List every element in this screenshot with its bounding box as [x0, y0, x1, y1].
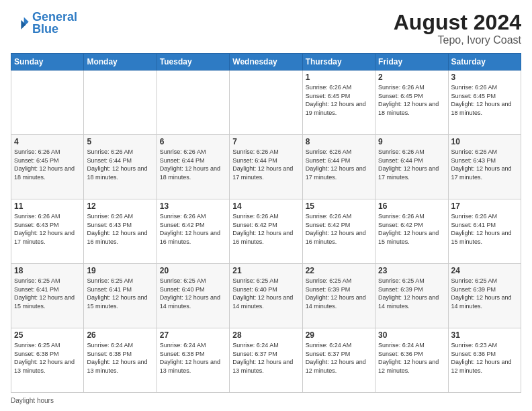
day-info: Sunrise: 6:26 AM Sunset: 6:45 PM Dayligh… — [378, 83, 445, 117]
calendar-cell: 27Sunrise: 6:24 AM Sunset: 6:38 PM Dayli… — [157, 328, 229, 393]
page: General Blue August 2024 Tepo, Ivory Coa… — [0, 0, 532, 411]
calendar-cell: 17Sunrise: 6:26 AM Sunset: 6:41 PM Dayli… — [448, 199, 521, 264]
day-info: Sunrise: 6:26 AM Sunset: 6:44 PM Dayligh… — [232, 148, 299, 181]
day-number: 3 — [451, 73, 518, 82]
day-number: 21 — [232, 266, 299, 275]
day-info: Sunrise: 6:24 AM Sunset: 6:37 PM Dayligh… — [232, 341, 299, 375]
day-info: Sunrise: 6:25 AM Sunset: 6:38 PM Dayligh… — [14, 341, 81, 375]
logo-blue: Blue — [32, 22, 58, 36]
day-info: Sunrise: 6:23 AM Sunset: 6:36 PM Dayligh… — [451, 341, 518, 375]
day-number: 26 — [87, 330, 153, 340]
day-number: 28 — [232, 330, 299, 340]
calendar-cell: 4Sunrise: 6:26 AM Sunset: 6:45 PM Daylig… — [11, 135, 84, 199]
day-number: 25 — [14, 330, 81, 340]
day-info: Sunrise: 6:24 AM Sunset: 6:36 PM Dayligh… — [378, 341, 445, 375]
day-info: Sunrise: 6:26 AM Sunset: 6:44 PM Dayligh… — [378, 148, 445, 181]
day-number: 6 — [160, 137, 226, 146]
footer: Daylight hours — [11, 397, 521, 404]
title-block: August 2024 Tepo, Ivory Coast — [394, 11, 521, 46]
day-info: Sunrise: 6:25 AM Sunset: 6:41 PM Dayligh… — [14, 277, 81, 310]
day-of-week-header: Wednesday — [230, 54, 302, 71]
day-info: Sunrise: 6:26 AM Sunset: 6:45 PM Dayligh… — [451, 83, 518, 117]
day-number: 17 — [451, 201, 518, 211]
calendar-cell: 26Sunrise: 6:24 AM Sunset: 6:38 PM Dayli… — [84, 328, 157, 393]
calendar-cell: 23Sunrise: 6:25 AM Sunset: 6:39 PM Dayli… — [375, 264, 448, 328]
day-info: Sunrise: 6:25 AM Sunset: 6:41 PM Dayligh… — [87, 277, 153, 310]
calendar-cell: 24Sunrise: 6:25 AM Sunset: 6:39 PM Dayli… — [448, 264, 521, 328]
day-info: Sunrise: 6:26 AM Sunset: 6:45 PM Dayligh… — [14, 148, 81, 181]
calendar-week-row: 18Sunrise: 6:25 AM Sunset: 6:41 PM Dayli… — [11, 264, 521, 328]
day-number: 2 — [378, 73, 445, 82]
day-info: Sunrise: 6:26 AM Sunset: 6:45 PM Dayligh… — [306, 83, 372, 117]
calendar-cell: 3Sunrise: 6:26 AM Sunset: 6:45 PM Daylig… — [448, 71, 521, 135]
calendar-cell: 15Sunrise: 6:26 AM Sunset: 6:42 PM Dayli… — [302, 199, 375, 264]
day-info: Sunrise: 6:26 AM Sunset: 6:43 PM Dayligh… — [14, 212, 81, 246]
calendar-cell: 8Sunrise: 6:26 AM Sunset: 6:44 PM Daylig… — [302, 135, 375, 199]
header-row: SundayMondayTuesdayWednesdayThursdayFrid… — [11, 54, 521, 71]
calendar-week-row: 1Sunrise: 6:26 AM Sunset: 6:45 PM Daylig… — [11, 71, 521, 135]
calendar-cell: 7Sunrise: 6:26 AM Sunset: 6:44 PM Daylig… — [230, 135, 302, 199]
day-info: Sunrise: 6:24 AM Sunset: 6:38 PM Dayligh… — [160, 341, 226, 375]
day-info: Sunrise: 6:25 AM Sunset: 6:39 PM Dayligh… — [378, 277, 445, 310]
calendar-cell: 13Sunrise: 6:26 AM Sunset: 6:42 PM Dayli… — [157, 199, 229, 264]
calendar-body: 1Sunrise: 6:26 AM Sunset: 6:45 PM Daylig… — [11, 71, 521, 393]
footer-label: Daylight hours — [11, 397, 54, 404]
calendar-cell: 11Sunrise: 6:26 AM Sunset: 6:43 PM Dayli… — [11, 199, 84, 264]
day-number: 19 — [87, 266, 153, 275]
day-number: 29 — [306, 330, 372, 340]
day-info: Sunrise: 6:25 AM Sunset: 6:39 PM Dayligh… — [451, 277, 518, 310]
calendar-header: SundayMondayTuesdayWednesdayThursdayFrid… — [11, 54, 521, 71]
day-info: Sunrise: 6:26 AM Sunset: 6:44 PM Dayligh… — [87, 148, 153, 181]
calendar-cell: 9Sunrise: 6:26 AM Sunset: 6:44 PM Daylig… — [375, 135, 448, 199]
day-number: 27 — [160, 330, 226, 340]
calendar-cell: 22Sunrise: 6:25 AM Sunset: 6:39 PM Dayli… — [302, 264, 375, 328]
calendar-week-row: 25Sunrise: 6:25 AM Sunset: 6:38 PM Dayli… — [11, 328, 521, 393]
calendar-cell: 2Sunrise: 6:26 AM Sunset: 6:45 PM Daylig… — [375, 71, 448, 135]
calendar-week-row: 11Sunrise: 6:26 AM Sunset: 6:43 PM Dayli… — [11, 199, 521, 264]
calendar-cell: 19Sunrise: 6:25 AM Sunset: 6:41 PM Dayli… — [84, 264, 157, 328]
calendar-cell: 14Sunrise: 6:26 AM Sunset: 6:42 PM Dayli… — [230, 199, 302, 264]
calendar-title: August 2024 — [394, 11, 521, 34]
day-info: Sunrise: 6:26 AM Sunset: 6:44 PM Dayligh… — [160, 148, 226, 181]
day-number: 11 — [14, 201, 81, 211]
day-number: 18 — [14, 266, 81, 275]
day-of-week-header: Monday — [84, 54, 157, 71]
day-info: Sunrise: 6:26 AM Sunset: 6:42 PM Dayligh… — [232, 212, 299, 246]
day-number: 31 — [451, 330, 518, 340]
logo-icon — [11, 13, 30, 32]
calendar-cell: 16Sunrise: 6:26 AM Sunset: 6:42 PM Dayli… — [375, 199, 448, 264]
day-number: 12 — [87, 201, 153, 211]
day-number: 24 — [451, 266, 518, 275]
day-number: 4 — [14, 137, 81, 146]
calendar-cell — [84, 71, 157, 135]
header: General Blue August 2024 Tepo, Ivory Coa… — [11, 11, 521, 46]
day-number: 7 — [232, 137, 299, 146]
logo-text: General Blue — [32, 11, 77, 35]
day-info: Sunrise: 6:25 AM Sunset: 6:39 PM Dayligh… — [306, 277, 372, 310]
calendar-cell — [230, 71, 302, 135]
calendar-cell: 18Sunrise: 6:25 AM Sunset: 6:41 PM Dayli… — [11, 264, 84, 328]
day-number: 16 — [378, 201, 445, 211]
day-of-week-header: Friday — [375, 54, 448, 71]
day-info: Sunrise: 6:25 AM Sunset: 6:40 PM Dayligh… — [232, 277, 299, 310]
day-info: Sunrise: 6:26 AM Sunset: 6:43 PM Dayligh… — [451, 148, 518, 181]
day-info: Sunrise: 6:26 AM Sunset: 6:42 PM Dayligh… — [378, 212, 445, 246]
day-info: Sunrise: 6:26 AM Sunset: 6:41 PM Dayligh… — [451, 212, 518, 246]
day-number: 20 — [160, 266, 226, 275]
day-info: Sunrise: 6:26 AM Sunset: 6:42 PM Dayligh… — [160, 212, 226, 246]
calendar-cell: 1Sunrise: 6:26 AM Sunset: 6:45 PM Daylig… — [302, 71, 375, 135]
calendar-cell: 29Sunrise: 6:24 AM Sunset: 6:37 PM Dayli… — [302, 328, 375, 393]
day-info: Sunrise: 6:26 AM Sunset: 6:44 PM Dayligh… — [306, 148, 372, 181]
day-number: 23 — [378, 266, 445, 275]
day-info: Sunrise: 6:25 AM Sunset: 6:40 PM Dayligh… — [160, 277, 226, 310]
calendar-cell — [11, 71, 84, 135]
day-number: 10 — [451, 137, 518, 146]
day-number: 22 — [306, 266, 372, 275]
logo-general: General — [32, 10, 77, 24]
calendar-cell: 31Sunrise: 6:23 AM Sunset: 6:36 PM Dayli… — [448, 328, 521, 393]
calendar-cell: 10Sunrise: 6:26 AM Sunset: 6:43 PM Dayli… — [448, 135, 521, 199]
calendar-cell — [157, 71, 229, 135]
day-of-week-header: Sunday — [11, 54, 84, 71]
logo: General Blue — [11, 11, 77, 35]
day-number: 1 — [306, 73, 372, 82]
